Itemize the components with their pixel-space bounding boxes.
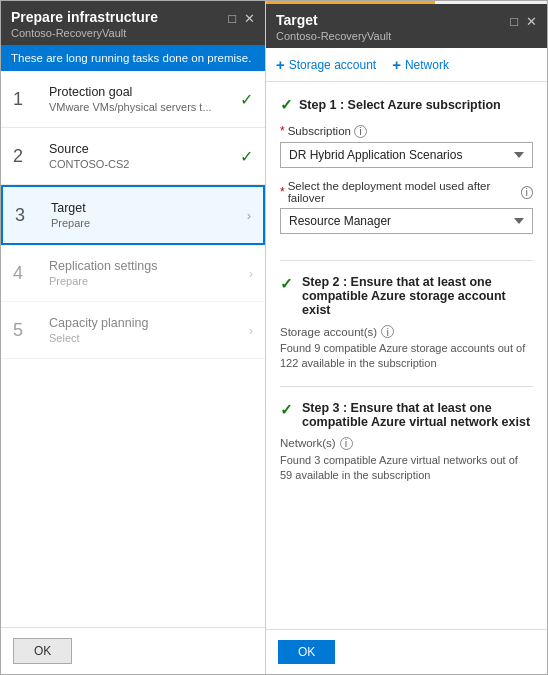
step-title-2: Source [49,142,236,156]
step-sub-3: Prepare [51,217,243,229]
subscription-info-icon[interactable]: i [354,125,367,138]
step-chevron-3: › [247,208,251,223]
step-item-1[interactable]: 1 Protection goal VMware VMs/physical se… [1,71,265,128]
step-text-3: Target Prepare [51,201,243,229]
step1-title: Step 1 : Select Azure subscription [299,98,501,112]
step-text-4: Replication settings Prepare [49,259,245,287]
left-title: Prepare infrastructure [11,9,158,25]
step1-check-icon: ✓ [280,96,293,114]
step-title-3: Target [51,201,243,215]
step-check-2: ✓ [240,147,253,166]
deployment-label-text: Select the deployment model used after f… [288,180,518,204]
deployment-required-star: * [280,185,285,199]
left-header-icons: □ ✕ [228,11,255,26]
step-title-4: Replication settings [49,259,245,273]
step-number-3: 3 [15,205,43,226]
step2-check-icon: ✓ [280,275,296,293]
right-header-icons: □ ✕ [510,14,537,29]
step-sub-2: CONTOSO-CS2 [49,158,236,170]
step3-check-icon: ✓ [280,401,296,419]
left-ok-button[interactable]: OK [13,638,72,664]
network-button[interactable]: + Network [392,56,449,73]
left-panel: Prepare infrastructure Contoso-RecoveryV… [1,1,266,674]
network-plus-icon: + [392,56,401,73]
step-sub-5: Select [49,332,245,344]
storage-info-icon[interactable]: i [381,325,394,338]
networks-desc: Found 3 compatible Azure virtual network… [280,453,533,484]
step-text-5: Capacity planning Select [49,316,245,344]
info-banner: These are long running tasks done on pre… [1,45,265,71]
minimize-icon[interactable]: □ [228,11,236,26]
subscription-required-star: * [280,124,285,138]
right-header: Target Contoso-RecoveryVault □ ✕ [266,4,547,48]
close-icon[interactable]: ✕ [244,11,255,26]
right-ok-button[interactable]: OK [278,640,335,664]
right-close-icon[interactable]: ✕ [526,14,537,29]
storage-accounts-label: Storage account(s) i [280,325,533,338]
right-minimize-icon[interactable]: □ [510,14,518,29]
steps-list: 1 Protection goal VMware VMs/physical se… [1,71,265,627]
step-number-2: 2 [13,146,41,167]
step-title-1: Protection goal [49,85,236,99]
right-panel: Target Contoso-RecoveryVault □ ✕ + Stora… [266,1,547,674]
step-chevron-4: › [249,266,253,281]
step-item-5: 5 Capacity planning Select › [1,302,265,359]
step3-section: ✓ Step 3 : Ensure that at least one comp… [280,401,533,429]
step-number-4: 4 [13,263,41,284]
right-title: Target [276,12,391,28]
step-item-4: 4 Replication settings Prepare › [1,245,265,302]
step2-divider [280,386,533,387]
step-check-1: ✓ [240,90,253,109]
step3-title: Step 3 : Ensure that at least one compat… [302,401,533,429]
left-subtitle: Contoso-RecoveryVault [11,27,158,39]
step-text-2: Source CONTOSO-CS2 [49,142,236,170]
right-footer: OK [266,629,547,674]
deployment-select[interactable]: Resource Manager [280,208,533,234]
network-info-icon[interactable]: i [340,437,353,450]
step-sub-1: VMware VMs/physical servers t... [49,101,236,113]
right-toolbar: + Storage account + Network [266,48,547,82]
storage-account-label: Storage account [289,58,376,72]
right-subtitle: Contoso-RecoveryVault [276,30,391,42]
step-sub-4: Prepare [49,275,245,287]
storage-account-button[interactable]: + Storage account [276,56,376,73]
right-content: ✓ Step 1 : Select Azure subscription * S… [266,82,547,629]
step1-divider [280,260,533,261]
step-item-3[interactable]: 3 Target Prepare › [1,185,265,245]
deployment-field-label: * Select the deployment model used after… [280,180,533,204]
step-text-1: Protection goal VMware VMs/physical serv… [49,85,236,113]
subscription-select[interactable]: DR Hybrid Application Scenarios [280,142,533,168]
subscription-field-label: * Subscription i [280,124,533,138]
step2-section: ✓ Step 2 : Ensure that at least one comp… [280,275,533,317]
network-label: Network [405,58,449,72]
step2-title: Step 2 : Ensure that at least one compat… [302,275,533,317]
storage-accounts-desc: Found 9 compatible Azure storage account… [280,341,533,372]
storage-plus-icon: + [276,56,285,73]
step-number-1: 1 [13,89,41,110]
storage-accounts-label-text: Storage account(s) [280,326,377,338]
step-chevron-5: › [249,323,253,338]
step-number-5: 5 [13,320,41,341]
step1-section: ✓ Step 1 : Select Azure subscription [280,96,533,114]
step-title-5: Capacity planning [49,316,245,330]
left-footer: OK [1,627,265,674]
deployment-info-icon[interactable]: i [521,186,533,199]
networks-label: Network(s) i [280,437,533,450]
left-header: Prepare infrastructure Contoso-RecoveryV… [1,1,265,45]
networks-label-text: Network(s) [280,437,336,449]
step-item-2[interactable]: 2 Source CONTOSO-CS2 ✓ [1,128,265,185]
subscription-label-text: Subscription [288,125,351,137]
